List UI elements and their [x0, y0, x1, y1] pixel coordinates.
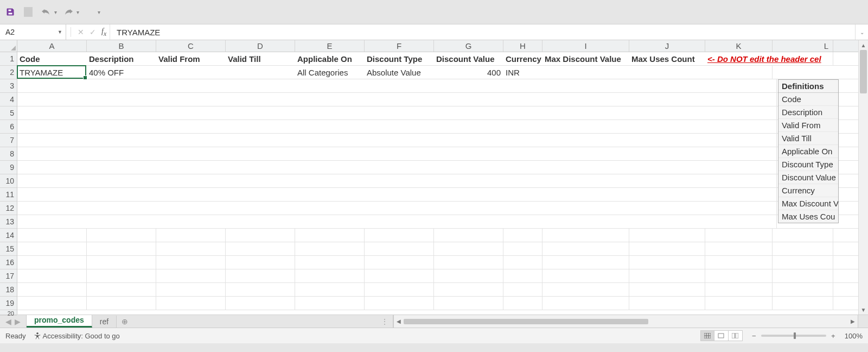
col-header-D[interactable]: D — [226, 40, 295, 52]
view-page-break-icon[interactable] — [729, 330, 743, 341]
scroll-track[interactable] — [859, 50, 868, 305]
cell-description[interactable]: 40% OFF — [87, 66, 156, 79]
col-header-L[interactable]: L — [773, 40, 833, 52]
sheet-tab[interactable]: ref — [92, 316, 117, 328]
row-header[interactable]: 10 — [0, 174, 17, 188]
redo-dropdown[interactable]: ▾ — [76, 9, 79, 15]
definition-item: Code — [778, 93, 838, 106]
zoom-thumb[interactable] — [794, 332, 796, 339]
zoom-slider[interactable]: − + — [750, 332, 837, 340]
col-header-E[interactable]: E — [295, 40, 365, 52]
row-header[interactable]: 8 — [0, 147, 17, 161]
row-header[interactable]: 20 — [0, 310, 17, 316]
col-header-F[interactable]: F — [365, 40, 434, 52]
row-header[interactable]: 9 — [0, 161, 17, 174]
cell-applicable-on[interactable]: All Categories — [295, 66, 365, 79]
col-header-B[interactable]: B — [87, 40, 156, 52]
col-header-I[interactable]: I — [542, 40, 629, 52]
undo-icon[interactable] — [40, 6, 52, 18]
row-header[interactable]: 18 — [0, 283, 17, 297]
cell-max-discount[interactable] — [542, 66, 629, 79]
spreadsheet-grid[interactable]: A B C D E F G H I J K L 1 2 3 4 5 6 7 8 … — [0, 40, 868, 315]
chevron-down-icon[interactable]: ▼ — [58, 29, 62, 35]
formula-bar-buttons: ✕ ✓ fx — [66, 24, 110, 40]
view-normal-icon[interactable] — [700, 330, 714, 341]
scroll-thumb[interactable] — [860, 50, 867, 93]
customize-qat-dropdown[interactable]: ▾ — [98, 9, 100, 15]
view-page-layout-icon[interactable] — [714, 330, 729, 341]
col-header-C[interactable]: C — [156, 40, 226, 52]
add-sheet-button[interactable]: ⊕ — [117, 315, 133, 328]
table-row — [17, 269, 858, 283]
accessibility-status[interactable]: Accessibility: Good to go — [34, 332, 120, 340]
cell-code[interactable]: TRYAMAZE — [17, 66, 87, 79]
col-header-K[interactable]: K — [705, 40, 773, 52]
undo-dropdown[interactable]: ▾ — [54, 9, 57, 15]
hscroll-thumb[interactable] — [404, 319, 648, 324]
cell[interactable] — [773, 66, 833, 79]
zoom-out-icon[interactable]: − — [750, 332, 758, 340]
row-header[interactable]: 12 — [0, 202, 17, 215]
definition-item: Description — [778, 106, 838, 119]
zoom-value[interactable]: 100% — [845, 332, 863, 340]
cell-valid-from[interactable] — [156, 66, 226, 79]
cell-valid-till[interactable] — [226, 66, 295, 79]
scroll-up-icon[interactable]: ▲ — [859, 40, 868, 50]
row-header[interactable]: 16 — [0, 256, 17, 269]
sheet-tab-active[interactable]: promo_codes — [27, 314, 92, 328]
zoom-in-icon[interactable]: + — [829, 332, 837, 340]
header-cell[interactable]: Description — [87, 52, 156, 65]
cell[interactable] — [705, 66, 773, 79]
status-bar: Ready Accessibility: Good to go − + 100% — [0, 328, 868, 343]
header-warning-cell[interactable]: <- Do NOT edit the header cel — [705, 52, 833, 65]
header-cell[interactable]: Discount Type — [365, 52, 434, 65]
header-cell[interactable]: Valid Till — [226, 52, 295, 65]
row-header[interactable]: 17 — [0, 269, 17, 283]
row-header[interactable]: 1 — [0, 52, 17, 66]
row-header[interactable]: 15 — [0, 242, 17, 256]
row-header[interactable]: 7 — [0, 134, 17, 147]
col-header-J[interactable]: J — [629, 40, 705, 52]
horizontal-scrollbar[interactable]: ◀ ▶ — [393, 315, 858, 328]
row-header[interactable]: 2 — [0, 66, 17, 79]
cells-area[interactable]: Code Description Valid From Valid Till A… — [17, 52, 858, 315]
scroll-down-icon[interactable]: ▼ — [859, 305, 868, 315]
scroll-left-icon[interactable]: ◀ — [394, 318, 404, 324]
row-header[interactable]: 11 — [0, 188, 17, 202]
header-cell[interactable]: Valid From — [156, 52, 226, 65]
header-cell[interactable]: Max Discount Value — [542, 52, 629, 65]
header-cell[interactable]: Max Uses Count — [629, 52, 705, 65]
row-header[interactable]: 3 — [0, 79, 17, 93]
formula-input[interactable]: TRYAMAZE — [110, 24, 855, 40]
row-header[interactable]: 14 — [0, 229, 17, 242]
tab-next-icon[interactable]: ▶ — [15, 317, 21, 326]
name-box[interactable]: A2 ▼ — [0, 24, 66, 40]
redo-icon[interactable] — [62, 6, 74, 18]
hscroll-track[interactable] — [404, 318, 848, 325]
row-header[interactable]: 19 — [0, 297, 17, 310]
fx-icon[interactable]: fx — [101, 27, 106, 37]
row-header[interactable]: 4 — [0, 93, 17, 106]
cell-discount-type[interactable]: Absolute Value — [365, 66, 434, 79]
col-header-G[interactable]: G — [434, 40, 503, 52]
save-icon[interactable] — [4, 6, 16, 18]
col-header-H[interactable]: H — [503, 40, 542, 52]
row-header[interactable]: 6 — [0, 120, 17, 134]
enter-icon[interactable]: ✓ — [90, 28, 96, 36]
header-cell[interactable]: Discount Value — [434, 52, 503, 65]
cell-discount-value[interactable]: 400 — [434, 66, 503, 79]
row-header[interactable]: 5 — [0, 106, 17, 120]
vertical-scrollbar[interactable]: ▲ ▼ — [858, 40, 868, 315]
cell-currency[interactable]: INR — [503, 66, 542, 79]
header-cell[interactable]: Code — [17, 52, 87, 65]
select-all-corner[interactable] — [0, 40, 17, 52]
cancel-icon[interactable]: ✕ — [78, 28, 84, 36]
col-header-A[interactable]: A — [17, 40, 87, 52]
header-cell[interactable]: Currency — [503, 52, 542, 65]
scroll-right-icon[interactable]: ▶ — [848, 318, 858, 324]
expand-formula-bar[interactable]: ⌄ — [855, 24, 868, 40]
row-header[interactable]: 13 — [0, 215, 17, 229]
header-cell[interactable]: Applicable On — [295, 52, 365, 65]
tab-prev-icon[interactable]: ◀ — [5, 317, 11, 326]
cell-max-uses[interactable] — [629, 66, 705, 79]
